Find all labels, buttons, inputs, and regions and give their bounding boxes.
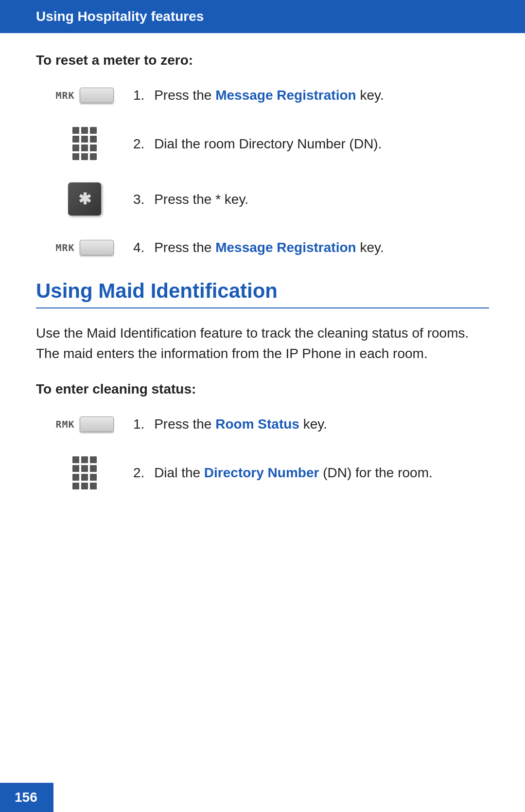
step-link-1: Message Registration (215, 88, 356, 103)
step-text-2: 2. Dial the room Directory Number (DN). (133, 134, 489, 153)
keypad-dot (72, 144, 79, 151)
maid-section-title: Using Maid Identification (36, 279, 489, 308)
keypad-dot (90, 136, 97, 143)
keypad-dot (90, 127, 97, 134)
key-button-2 (80, 240, 114, 255)
page-number-box: 156 (0, 783, 53, 812)
star-key-icon: ✱ (68, 182, 101, 216)
step-number-4: 4. (133, 240, 144, 255)
step-text-before-1: Press the (154, 88, 215, 103)
maid-step-before-1: Press the (154, 416, 215, 432)
mrk-label-1: MRK (55, 90, 74, 101)
key-button-1 (80, 88, 114, 103)
keypad-dot (72, 465, 79, 472)
step-number-1: 1. (133, 88, 144, 103)
step-text-1: 1. Press the Message Registration key. (133, 86, 489, 105)
maid-step-row-1: RMK 1. Press the Room Status key. (36, 415, 489, 433)
header-title: Using Hospitality features (36, 9, 204, 24)
key-button-rmk (80, 416, 114, 432)
keypad-dot (81, 483, 88, 489)
maid-step-row-2: 2. Dial the Directory Number (DN) for th… (36, 456, 489, 489)
reset-meter-heading: To reset a meter to zero: (36, 53, 489, 68)
step-row-4: MRK 4. Press the Message Registration ke… (36, 238, 489, 257)
step-link-4: Message Registration (215, 240, 356, 255)
step-row-3: ✱ 3. Press the * key. (36, 182, 489, 216)
maid-step-text-2: 2. Dial the Directory Number (DN) for th… (133, 463, 489, 482)
maid-step-link-2: Directory Number (204, 465, 319, 480)
keypad-dot (81, 456, 88, 463)
rmk-label: RMK (55, 418, 74, 430)
step-text-3: 3. Press the * key. (133, 190, 489, 209)
keypad-dot (72, 483, 79, 489)
maid-desc-line2: The maid enters the information from the… (36, 346, 428, 361)
mrk-label-2: MRK (55, 242, 74, 253)
keypad-dot (81, 136, 88, 143)
keypad-dot (72, 127, 79, 134)
step-number-3: 3. (133, 192, 144, 207)
main-content: To reset a meter to zero: MRK 1. Press t… (0, 53, 525, 560)
keypad-dot (81, 474, 88, 481)
mrk-key-icon-1: MRK (55, 88, 113, 103)
maid-step-link-1: Room Status (215, 416, 299, 432)
maid-step-icon-keypad (36, 456, 133, 489)
step-text-content-2: Dial the room Directory Number (DN). (154, 136, 382, 151)
step-icon-mrk-1: MRK (36, 88, 133, 103)
keypad-dot (90, 456, 97, 463)
step-row-2: 2. Dial the room Directory Number (DN). (36, 127, 489, 160)
keypad-dot (90, 465, 97, 472)
cleaning-status-heading: To enter cleaning status: (36, 381, 489, 397)
maid-step-before-2: Dial the (154, 465, 204, 480)
keypad-icon-1 (72, 127, 97, 160)
step-text-after-1: key. (356, 88, 384, 103)
keypad-dot (81, 127, 88, 134)
keypad-icon-2 (72, 456, 97, 489)
step-text-content-3: Press the * key. (154, 192, 248, 207)
keypad-dot (81, 153, 88, 160)
keypad-dot (72, 136, 79, 143)
mrk-key-icon-2: MRK (55, 240, 113, 255)
step-number-2: 2. (133, 136, 144, 151)
maid-step-icon-rmk: RMK (36, 416, 133, 432)
step-icon-mrk-2: MRK (36, 240, 133, 255)
keypad-dot (90, 153, 97, 160)
maid-step-text-1: 1. Press the Room Status key. (133, 415, 489, 433)
maid-description: Use the Maid Identification feature to t… (36, 323, 489, 364)
step-text-4: 4. Press the Message Registration key. (133, 238, 489, 257)
header-bar: Using Hospitality features (0, 0, 525, 33)
keypad-dot (90, 144, 97, 151)
page-number: 156 (15, 790, 37, 805)
maid-step-after-2: (DN) for the room. (319, 465, 432, 480)
maid-step-number-2: 2. (133, 465, 144, 480)
step-icon-keypad-1 (36, 127, 133, 160)
keypad-dot (72, 474, 79, 481)
keypad-dot (72, 153, 79, 160)
step-text-before-4: Press the (154, 240, 215, 255)
keypad-dot (90, 483, 97, 489)
maid-step-after-1: key. (299, 416, 327, 432)
step-icon-star: ✱ (36, 182, 133, 216)
step-text-after-4: key. (356, 240, 384, 255)
keypad-dot (90, 474, 97, 481)
maid-step-number-1: 1. (133, 416, 144, 432)
maid-desc-line1: Use the Maid Identification feature to t… (36, 325, 469, 341)
keypad-dot (81, 465, 88, 472)
step-row-1: MRK 1. Press the Message Registration ke… (36, 86, 489, 105)
keypad-dot (81, 144, 88, 151)
rmk-key-icon: RMK (55, 416, 113, 432)
keypad-dot (72, 456, 79, 463)
